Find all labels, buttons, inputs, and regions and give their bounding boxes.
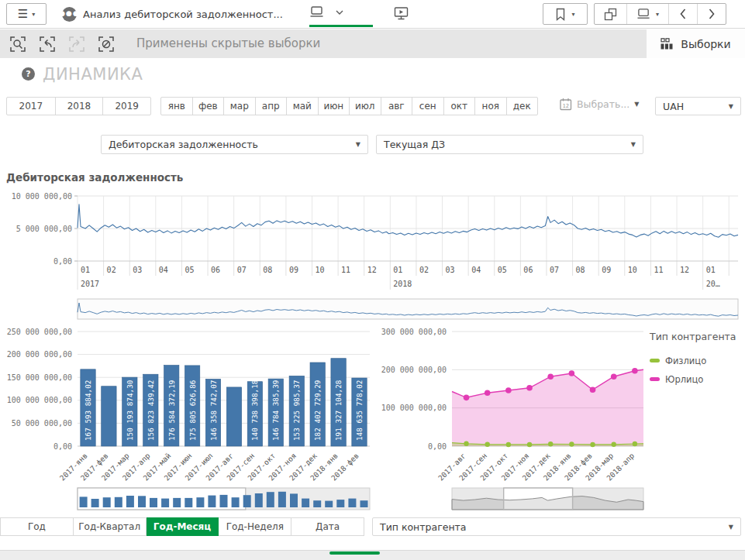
navigator-mini-bar — [267, 492, 274, 507]
point-fiz-2017-авг[interactable] — [464, 441, 468, 446]
tab-Год[interactable]: Год — [0, 517, 74, 536]
selection-tools — [3, 29, 121, 58]
month-button-мар[interactable]: мар — [223, 98, 255, 115]
y-tick-label: 100 000 000,00 — [381, 404, 447, 412]
presentation-mode-button[interactable] — [394, 6, 409, 25]
navigator-mini-bar — [243, 495, 251, 507]
currency-select[interactable]: UAH ▼ — [655, 97, 741, 115]
duplicate-sheet-button[interactable] — [595, 4, 626, 24]
contractor-type-select[interactable]: Тип контрагента ▼ — [372, 517, 741, 536]
navigator-mini-bar — [313, 500, 321, 507]
navigator-mini-bar — [360, 500, 368, 507]
point-fiz-2017-окт[interactable] — [506, 442, 511, 447]
app-icon[interactable]: ●●● — [62, 7, 77, 22]
bar-value-label: 140 738 398,18 — [250, 380, 259, 441]
tab-Год-Квартал[interactable]: Год-Квартал — [74, 517, 147, 536]
navigator-mini-bar — [348, 499, 356, 507]
x-year-label: 2018 — [393, 280, 412, 288]
bar-value-label: 146 784 385,39 — [271, 380, 280, 441]
point-jur-2018-янв[interactable] — [569, 370, 575, 376]
navigator-mini-bar — [185, 498, 192, 507]
point-fiz-2018-мар[interactable] — [612, 442, 616, 447]
sheet-selector[interactable] — [309, 5, 343, 19]
month-button-фев[interactable]: фев — [192, 98, 224, 115]
chevron-down-icon: ▼ — [631, 141, 636, 148]
bar-value-label: 153 225 985,37 — [292, 380, 301, 441]
sheet-navigation-group: ▾ — [594, 3, 726, 25]
x-month-label: 02 — [107, 266, 116, 274]
hamburger-icon: ☰ — [18, 9, 28, 20]
y-tick-label: 0,00 — [428, 442, 447, 451]
point-fiz-2018-янв[interactable] — [569, 441, 574, 446]
point-jur-2017-дек[interactable] — [547, 373, 554, 380]
smart-search-button[interactable] — [3, 29, 33, 58]
clear-selections-button[interactable] — [91, 29, 121, 58]
measure-select[interactable]: Дебиторская задолженность ▼ — [101, 135, 368, 154]
year-button-2018[interactable]: 2018 — [55, 98, 103, 115]
step-forward-button[interactable] — [62, 29, 91, 58]
tab-Дата[interactable]: Дата — [291, 517, 364, 536]
point-jur-2017-ноя[interactable] — [526, 385, 533, 391]
year-button-2019[interactable]: 2019 — [102, 98, 150, 115]
point-jur-2017-авг[interactable] — [464, 395, 470, 401]
month-button-сен[interactable]: сен — [412, 98, 443, 115]
legend-marker-Юрлицо[interactable] — [650, 377, 660, 381]
point-fiz-2018-фев[interactable] — [590, 442, 595, 447]
x-month-label: 02 — [419, 266, 429, 274]
line-chart-navigator[interactable] — [78, 299, 738, 319]
x-month-label: 06 — [211, 266, 220, 274]
navigator-mini-bar — [232, 497, 240, 507]
sheet-icon — [309, 5, 325, 19]
x-month-label: 03 — [446, 266, 455, 274]
tab-Год-Месяц[interactable]: Год-Месяц — [147, 517, 219, 536]
point-jur-2017-окт[interactable] — [505, 387, 512, 393]
point-fiz-2017-ноя[interactable] — [527, 442, 532, 447]
month-button-апр[interactable]: апр — [255, 98, 287, 115]
x-month-label: 10 — [315, 266, 324, 274]
month-button-июн[interactable]: июн — [318, 98, 350, 115]
month-button-окт[interactable]: окт — [443, 98, 475, 115]
y-tick-label: 300 000 000,00 — [381, 328, 447, 336]
month-button-янв[interactable]: янв — [161, 98, 192, 115]
help-icon[interactable]: ? — [22, 67, 35, 81]
month-button-ноя[interactable]: ноя — [474, 98, 506, 115]
main-menu-button[interactable]: ☰ ▾ — [6, 3, 47, 25]
svg-text:12: 12 — [563, 103, 569, 109]
month-button-май[interactable]: май — [286, 98, 318, 115]
sheet-list-button[interactable]: ▾ — [626, 4, 668, 24]
point-jur-2018-апр[interactable] — [632, 368, 638, 374]
bookmarks-button[interactable]: ▾ — [543, 3, 588, 25]
chevron-down-icon: ▼ — [634, 101, 639, 108]
month-button-дек[interactable]: дек — [506, 98, 538, 115]
point-fiz-2018-апр[interactable] — [633, 441, 637, 446]
chevron-down-icon — [336, 9, 343, 15]
y-tick-label: 200 000 000,00 — [381, 366, 447, 374]
date-picker[interactable]: 12 Выбрать... ▼ — [560, 98, 639, 111]
point-jur-2018-мар[interactable] — [611, 373, 617, 380]
point-jur-2018-фев[interactable] — [590, 387, 596, 393]
qlik-dashboard: ☰ ▾ ●●● Анализ дебиторской задолженност.… — [0, 0, 745, 560]
year-button-2017[interactable]: 2017 — [7, 98, 55, 115]
legend-label-Физлицо: Физлицо — [665, 356, 706, 366]
month-button-авг[interactable]: авг — [381, 98, 412, 115]
navigator-mini-bar — [325, 501, 333, 507]
bottom-scrollbar-thumb[interactable] — [329, 551, 380, 555]
selections-tool-button[interactable]: Выборки — [647, 29, 745, 58]
bar-2017-авг[interactable] — [226, 387, 241, 446]
previous-sheet-button[interactable] — [668, 4, 697, 24]
next-sheet-button[interactable] — [697, 4, 726, 24]
navigator-mini-bar — [278, 492, 286, 507]
copy-icon — [604, 8, 617, 21]
y-tick-label: 5 000 000,00 — [16, 225, 72, 233]
bar-2017-фев[interactable] — [102, 387, 116, 446]
point-jur-2017-сен[interactable] — [485, 390, 491, 396]
point-fiz-2017-сен[interactable] — [485, 442, 489, 447]
detail-select[interactable]: Текущая ДЗ ▼ — [376, 135, 643, 154]
legend-marker-Физлицо[interactable] — [650, 359, 660, 362]
point-fiz-2017-дек[interactable] — [548, 441, 553, 446]
month-button-июл[interactable]: июл — [349, 98, 381, 115]
tab-Год-Неделя[interactable]: Год-Неделя — [219, 517, 291, 536]
step-back-button[interactable] — [33, 29, 62, 58]
y-tick-label: 150 000 000,00 — [7, 373, 72, 382]
bookmark-icon — [555, 8, 566, 21]
